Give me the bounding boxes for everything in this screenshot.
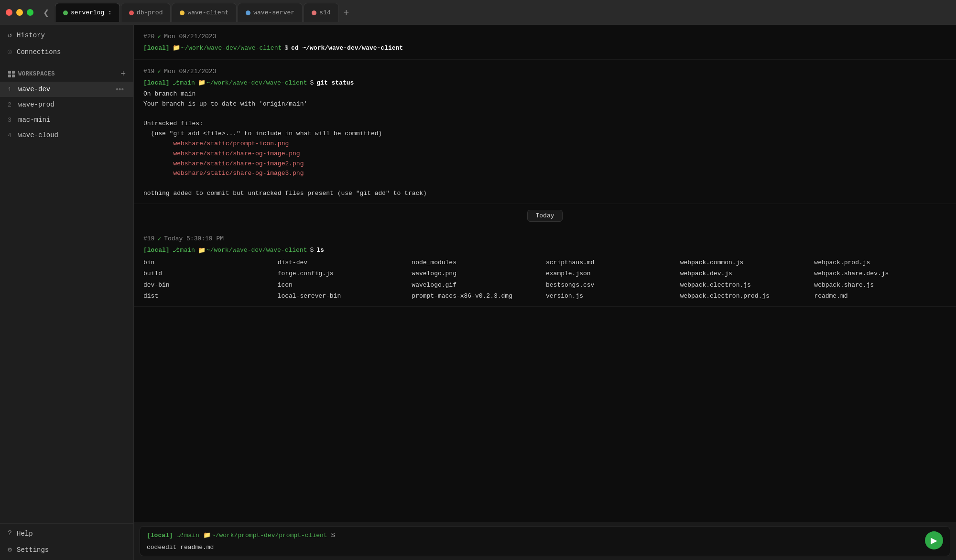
help-icon: ?: [8, 529, 12, 538]
add-workspace-button[interactable]: +: [120, 69, 126, 79]
input-bar-content: [local] ⎇ main 📁 ~/work/prompt-dev/promp…: [147, 531, 921, 551]
workspace-name-wave-cloud: wave-cloud: [18, 131, 110, 139]
file-wavelogo-png: wavelogo.png: [412, 268, 544, 279]
connections-icon: ☉: [8, 47, 12, 56]
cmd-date-19-today: Today 5:39:19 PM: [164, 235, 224, 242]
file-dist-dev: dist-dev: [278, 257, 410, 268]
file-col-3: node_modules wavelogo.png wavelogo.gif p…: [412, 257, 544, 302]
folder-icon-20: 📁: [173, 44, 180, 52]
file-webpack-electron-prod: webpack.electron.prod.js: [680, 291, 813, 302]
cmd-text-19-mon: git status: [316, 79, 354, 86]
tab-dot-db-prod: [129, 11, 134, 15]
cmd-date-20: Mon 09/21/2023: [164, 33, 216, 40]
sidebar-workspaces-section: Workspaces + 1 wave-dev ••• 2 wave-prod …: [0, 62, 133, 145]
command-block-19-today: #19 ✓ Today 5:39:19 PM [local] ⎇ main 📁 …: [134, 227, 956, 307]
sidebar-item-connections[interactable]: ☉ Connections: [0, 43, 133, 60]
tab-dot-wave-server: [246, 11, 250, 15]
cmd-header-19-today: #19 ✓ Today 5:39:19 PM: [143, 235, 946, 243]
workspace-item-wave-dev[interactable]: 1 wave-dev •••: [0, 82, 133, 97]
tag-local-19-mon: [local]: [143, 79, 170, 86]
maximize-button[interactable]: [27, 9, 33, 16]
file-webpack-share-dev: webpack.share.dev.js: [814, 268, 946, 279]
workspace-item-wave-cloud[interactable]: 4 wave-cloud •••: [0, 128, 133, 143]
input-tag-local: [local]: [147, 532, 173, 539]
workspace-number-2: 2: [8, 101, 14, 108]
cmd-prompt-line-19-today: [local] ⎇ main 📁 ~/work/wave-dev/wave-cl…: [143, 247, 946, 254]
workspace-number-4: 4: [8, 132, 14, 139]
file-dev-bin: dev-bin: [143, 280, 276, 291]
window-controls: [6, 9, 33, 16]
untracked-file-4: webshare/static/share-og-image3.png: [143, 170, 304, 177]
workspace-item-mac-mini[interactable]: 3 mac-mini •••: [0, 112, 133, 128]
command-input[interactable]: [147, 544, 921, 551]
send-command-button[interactable]: ▶: [925, 531, 943, 549]
sidebar-nav-section: ↺ History ☉ Connections: [0, 25, 133, 62]
cmd-check-19-mon: ✓: [157, 67, 161, 75]
history-icon: ↺: [8, 31, 12, 40]
file-forge: forge.config.js: [278, 268, 410, 279]
file-example: example.json: [546, 268, 678, 279]
branch-icon-19-mon: ⎇: [173, 79, 179, 86]
cmd-prompt-line-19-mon: [local] ⎇ main 📁 ~/work/wave-dev/wave-cl…: [143, 79, 946, 86]
tag-branch-19-mon: ⎇ main: [173, 79, 195, 86]
input-bar: [local] ⎇ main 📁 ~/work/prompt-dev/promp…: [140, 526, 950, 556]
folder-icon-19-mon: 📁: [198, 79, 206, 86]
minimize-button[interactable]: [16, 9, 23, 16]
file-prompt-dmg: prompt-macos-x86-v0.2.3.dmg: [412, 291, 544, 302]
file-webpack-electron: webpack.electron.js: [680, 280, 813, 291]
sidebar-item-history[interactable]: ↺ History: [0, 27, 133, 43]
file-col-6: webpack.prod.js webpack.share.dev.js web…: [814, 257, 946, 302]
tab-db-prod[interactable]: db-prod: [121, 3, 171, 22]
sidebar-settings-label: Settings: [17, 546, 49, 554]
svg-rect-0: [8, 71, 11, 74]
file-col-1: bin build dev-bin dist: [143, 257, 276, 302]
tab-label-serverlog: serverlog :: [71, 9, 112, 16]
cmd-text-20: cd ~/work/wave-dev/wave-client: [291, 44, 403, 52]
file-build: build: [143, 268, 276, 279]
tag-branch-19-today: ⎇ main: [173, 247, 195, 254]
add-tab-button[interactable]: +: [340, 5, 353, 20]
sidebar-item-help[interactable]: ? Help: [0, 526, 133, 541]
svg-rect-3: [12, 75, 15, 77]
tab-serverlog[interactable]: serverlog :: [55, 3, 120, 22]
terminal-spacer: [134, 307, 956, 522]
workspace-name-wave-prod: wave-prod: [18, 101, 110, 108]
tab-dot-wave-client: [180, 11, 185, 15]
cmd-prompt-line-20: [local] 📁 ~/work/wave-dev/wave-client $ …: [143, 44, 946, 52]
workspace-number-3: 3: [8, 117, 14, 124]
tab-s14[interactable]: s14: [304, 3, 338, 22]
workspace-more-button-1[interactable]: •••: [114, 85, 126, 94]
file-bin: bin: [143, 257, 276, 268]
tab-wave-client[interactable]: wave-client: [172, 3, 237, 22]
tab-dot-serverlog: [63, 11, 68, 15]
cmd-check-19-today: ✓: [157, 235, 161, 243]
input-tag-branch: ⎇ main: [177, 532, 199, 539]
file-readme: readme.md: [814, 291, 946, 302]
workspace-name-wave-dev: wave-dev: [18, 86, 110, 93]
tab-label-wave-server: wave-server: [253, 9, 294, 16]
tag-path-19-mon: 📁 ~/work/wave-dev/wave-client: [198, 79, 307, 86]
tag-local-19-today: [local]: [143, 247, 170, 254]
close-button[interactable]: [6, 9, 12, 16]
tab-wave-server[interactable]: wave-server: [238, 3, 303, 22]
terminal-area[interactable]: #20 ✓ Mon 09/21/2023 [local] 📁 ~/work/wa…: [134, 25, 956, 522]
untracked-file-3: webshare/static/share-og-image2.png: [143, 160, 304, 167]
file-col-5: webpack.common.js webpack.dev.js webpack…: [680, 257, 813, 302]
tab-dot-s14: [312, 11, 316, 15]
untracked-file-1: webshare/static/prompt-icon.png: [143, 140, 289, 147]
collapse-sidebar-button[interactable]: ❮: [41, 6, 51, 19]
command-block-20: #20 ✓ Mon 09/21/2023 [local] 📁 ~/work/wa…: [134, 25, 956, 60]
cmd-header-19-mon: #19 ✓ Mon 09/21/2023: [143, 67, 946, 75]
file-local-bin: local-serever-bin: [278, 291, 410, 302]
divider-today: Today: [134, 204, 956, 227]
file-webpack-common: webpack.common.js: [680, 257, 813, 268]
cmd-text-19-today: ls: [316, 247, 324, 254]
workspace-item-wave-prod[interactable]: 2 wave-prod •••: [0, 97, 133, 112]
terminal-wrapper: #20 ✓ Mon 09/21/2023 [local] 📁 ~/work/wa…: [134, 25, 956, 560]
sidebar-item-settings[interactable]: ⚙ Settings: [0, 541, 133, 558]
input-prompt-row: [local] ⎇ main 📁 ~/work/prompt-dev/promp…: [147, 531, 921, 539]
input-tag-path: 📁 ~/work/prompt-dev/prompt-client: [203, 531, 327, 539]
file-dist: dist: [143, 291, 276, 302]
cmd-date-19-mon: Mon 09/21/2023: [164, 68, 216, 75]
untracked-file-2: webshare/static/share-og-image.png: [143, 150, 300, 157]
